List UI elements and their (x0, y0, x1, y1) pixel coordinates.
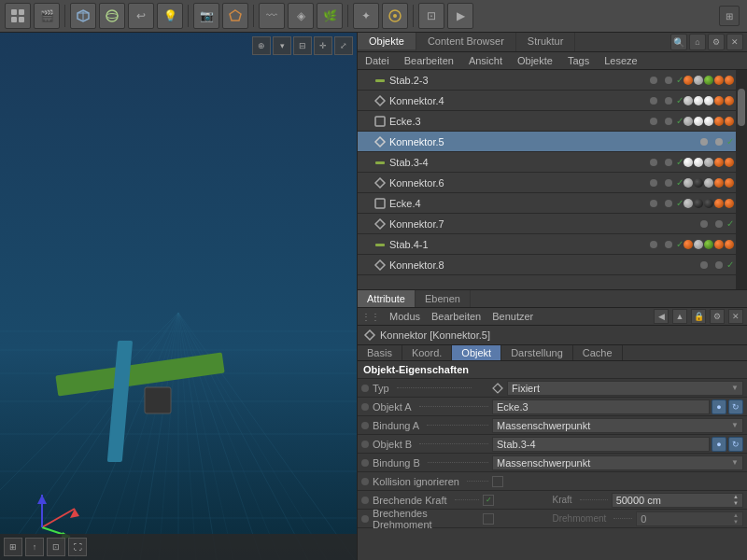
vp-bottom-btn3[interactable]: ⊡ (47, 538, 65, 556)
obj-check9[interactable]: ✓ (676, 239, 684, 249)
toolbar-btn-cam[interactable]: 📷 (193, 3, 219, 29)
obj-menu-ansicht[interactable]: Ansicht (465, 54, 506, 67)
obj-row-konnektor7[interactable]: Konnektor.7 ✓ (358, 214, 736, 234)
obj-search-icon[interactable]: 🔍 (670, 34, 687, 50)
vp-bottom-btn4[interactable]: ⛶ (68, 538, 87, 556)
obj-home-icon[interactable]: ⌂ (689, 34, 706, 50)
prop-icon-btn-obja-1[interactable]: ● (712, 399, 726, 414)
obj-close-icon[interactable]: ✕ (726, 34, 743, 50)
obj-vis-dot13[interactable] (646, 196, 661, 211)
prop-check-kollision[interactable] (492, 476, 503, 487)
obj-menu-bearbeiten[interactable]: Bearbeiten (401, 54, 458, 67)
obj-menu-objekte[interactable]: Objekte (514, 54, 557, 67)
obj-vis-dot19[interactable] (697, 258, 712, 273)
attr-menu-modus[interactable]: Modus (386, 310, 424, 323)
sub-tab-koord[interactable]: Koord. (402, 345, 452, 360)
obj-check2[interactable]: ✓ (676, 95, 684, 105)
attr-menu-benutzer[interactable]: Benutzer (488, 310, 537, 323)
sub-tab-objekt[interactable]: Objekt (452, 345, 501, 360)
kraft-down[interactable]: ▼ (733, 500, 739, 506)
toolbar-btn-cube[interactable] (70, 3, 96, 29)
toolbar-btn-light[interactable]: 💡 (157, 3, 183, 29)
tab-attribute[interactable]: Attribute (358, 290, 416, 307)
vp-bottom-btn1[interactable]: ⊞ (4, 538, 22, 556)
obj-vis-dot14[interactable] (661, 196, 676, 211)
obj-vis-dot12[interactable] (661, 175, 676, 190)
sub-tab-basis[interactable]: Basis (358, 345, 402, 360)
obj-vis-dot10[interactable] (661, 155, 676, 170)
obj-check1[interactable]: ✓ (676, 75, 684, 85)
sub-tab-cache[interactable]: Cache (573, 345, 623, 360)
obj-vis-dot8[interactable] (712, 134, 726, 149)
obj-vis-dot15[interactable] (697, 217, 712, 231)
obj-row-konnektor8[interactable]: Konnektor.8 ✓ (358, 255, 736, 275)
toolbar-btn-arrow[interactable]: ↩ (128, 3, 154, 29)
obj-row-stab23[interactable]: Stab.2-3 ✓ (358, 70, 736, 91)
vp-expand-btn[interactable]: ⤢ (334, 36, 353, 55)
obj-vis-dot17[interactable] (646, 237, 661, 252)
obj-vis-dot9[interactable] (646, 155, 661, 170)
prop-icon-btn-objb-1[interactable]: ● (712, 437, 726, 452)
obj-row-ecke3[interactable]: Ecke.3 ✓ (358, 111, 736, 132)
toolbar-btn-connect[interactable]: ⊡ (418, 3, 444, 29)
toolbar-layout-btn[interactable]: ⊞ (719, 6, 740, 26)
obj-menu-tags[interactable]: Tags (564, 54, 593, 67)
obj-check4[interactable]: ✓ (726, 136, 734, 147)
sub-tab-darstellung[interactable]: Darstellung (501, 345, 573, 360)
obj-vis-dot1[interactable] (646, 73, 661, 88)
toolbar-btn-film[interactable]: 🎬 (34, 3, 60, 29)
attr-menu-bearbeiten[interactable]: Bearbeiten (428, 310, 485, 323)
prop-input-objekt-b[interactable]: Stab.3-4 (492, 437, 710, 452)
obj-settings-icon[interactable]: ⚙ (708, 34, 725, 50)
obj-vis-dot3[interactable] (646, 93, 661, 108)
obj-row-konnektor6[interactable]: Konnektor.6 ✓ (358, 173, 736, 193)
obj-menu-leseze[interactable]: Leseze (600, 54, 641, 67)
obj-vis-dot11[interactable] (646, 175, 661, 190)
obj-menu-datei[interactable]: Datei (361, 54, 393, 67)
obj-check10[interactable]: ✓ (726, 259, 734, 270)
toolbar-btn-render[interactable]: ▶ (447, 3, 473, 29)
prop-check-drehmoment[interactable] (483, 513, 494, 525)
toolbar-btn-env[interactable]: 🌿 (317, 3, 343, 29)
obj-vis-dot4[interactable] (661, 93, 676, 108)
kraft-spinner[interactable]: ▲ ▼ (733, 494, 739, 506)
prop-select-typ[interactable]: Fixiert ▼ (507, 381, 743, 396)
attr-nav-up[interactable]: ▲ (672, 309, 687, 324)
obj-row-ecke4[interactable]: Ecke.4 ✓ (358, 193, 736, 214)
attr-nav-settings[interactable]: ⚙ (710, 309, 725, 324)
obj-scrollbar[interactable] (736, 70, 747, 289)
tab-ebenen[interactable]: Ebenen (416, 290, 471, 307)
obj-row-stab41[interactable]: Stab.4-1 ✓ (358, 234, 736, 255)
prop-select-bindung-b[interactable]: Massenschwerpunkt ▼ (492, 455, 743, 470)
obj-row-stab34[interactable]: Stab.3-4 ✓ (358, 152, 736, 173)
toolbar-btn-poly[interactable] (222, 3, 248, 29)
obj-check5[interactable]: ✓ (676, 157, 684, 167)
vp-cam-btn[interactable]: ▾ (273, 36, 291, 55)
obj-vis-dot20[interactable] (712, 258, 726, 273)
prop-input-objekt-a[interactable]: Ecke.3 (492, 399, 710, 414)
prop-select-bindung-a[interactable]: Massenschwerpunkt ▼ (492, 418, 743, 433)
prop-check-brk[interactable]: ✓ (483, 495, 494, 506)
vp-layout-btn[interactable]: ⊕ (252, 36, 271, 55)
prop-input-kraft[interactable]: 50000 cm ▲ ▼ (612, 493, 743, 508)
vp-bottom-btn2[interactable]: ↑ (25, 538, 44, 556)
attr-nav-left[interactable]: ◀ (654, 309, 669, 324)
toolbar-btn-material[interactable]: ◈ (288, 3, 314, 29)
obj-check6[interactable]: ✓ (676, 177, 684, 188)
toolbar-btn-effect[interactable]: ✦ (353, 3, 379, 29)
tab-content-browser[interactable]: Content Browser (416, 33, 516, 51)
attr-nav-lock[interactable]: 🔒 (691, 309, 706, 324)
obj-vis-dot18[interactable] (661, 237, 676, 252)
tab-objekte[interactable]: Objekte (358, 33, 416, 51)
vp-move-btn[interactable]: ✛ (314, 36, 332, 55)
obj-vis-dot2[interactable] (661, 73, 676, 88)
toolbar-btn-sphere[interactable] (99, 3, 125, 29)
toolbar-btn-1[interactable] (5, 3, 31, 29)
toolbar-btn-star[interactable] (382, 3, 408, 29)
obj-check7[interactable]: ✓ (676, 198, 684, 208)
obj-check3[interactable]: ✓ (676, 116, 684, 126)
scroll-thumb[interactable] (738, 89, 745, 126)
obj-vis-dot16[interactable] (712, 217, 726, 231)
prop-icon-btn-obja-2[interactable]: ↻ (728, 399, 743, 414)
viewport-3d[interactable]: ⊕ ▾ ⊟ ✛ ⤢ ⊞ ↑ ⊡ ⛶ (0, 33, 357, 560)
